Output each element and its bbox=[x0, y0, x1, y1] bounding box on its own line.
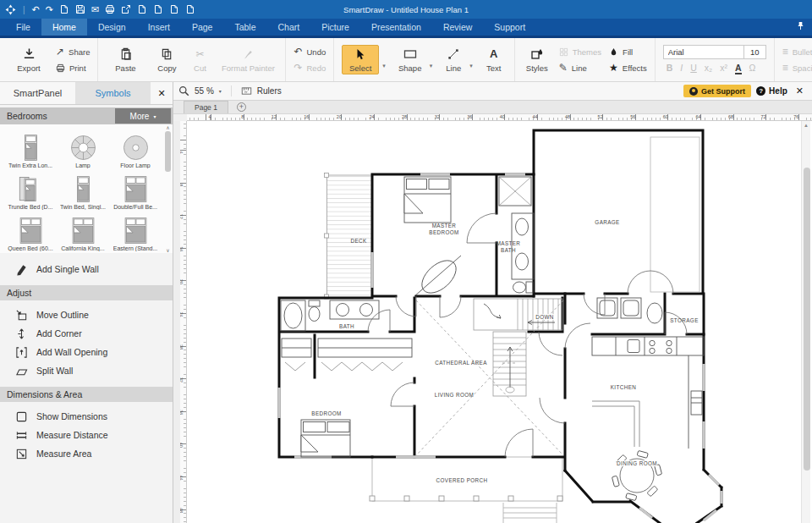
drawing-page[interactable]: MASTER BEDROOM DECK GARAGE MASTER BATH B… bbox=[187, 121, 812, 523]
superscript-button[interactable]: x² bbox=[720, 63, 727, 73]
redo-icon[interactable]: ↷ bbox=[46, 5, 53, 14]
shape-dropdown-caret[interactable]: ▾ bbox=[430, 63, 433, 69]
scroll-up-icon[interactable]: ∧ bbox=[166, 124, 169, 130]
print-icon[interactable] bbox=[105, 4, 115, 14]
symbol-lamp[interactable]: Lamp bbox=[57, 127, 109, 168]
menu-item[interactable]: Review bbox=[432, 19, 483, 36]
fill-icon bbox=[609, 47, 618, 57]
copy-button[interactable]: Copy bbox=[152, 47, 181, 73]
panel-close-icon[interactable]: ✕ bbox=[151, 82, 173, 104]
measure-distance-button[interactable]: Measure Distance bbox=[0, 426, 173, 444]
doc-export-icon-4[interactable] bbox=[185, 4, 195, 14]
format-painter-button[interactable]: Format Painter bbox=[218, 47, 277, 73]
doc-export-icon-1[interactable] bbox=[137, 4, 147, 14]
themes-button[interactable]: Themes bbox=[559, 47, 601, 57]
doc-export-icon-3[interactable] bbox=[169, 4, 179, 14]
menu-item[interactable]: Home bbox=[41, 19, 87, 36]
star-icon: ★ bbox=[609, 63, 618, 73]
add-single-wall-button[interactable]: Add Single Wall bbox=[0, 260, 173, 278]
zoom-magnifier-icon[interactable] bbox=[178, 85, 189, 96]
scrollbar-thumb[interactable] bbox=[804, 168, 810, 471]
insert-symbol-button[interactable]: Ω bbox=[749, 63, 756, 73]
show-dimensions-button[interactable]: Show Dimensions bbox=[0, 407, 173, 426]
tab-symbols[interactable]: Symbols bbox=[75, 82, 151, 104]
page-tab-1[interactable]: Page 1 bbox=[184, 101, 228, 113]
menu-item[interactable]: Support bbox=[483, 19, 536, 36]
scrollbar-up-icon[interactable]: ▲ bbox=[802, 121, 810, 130]
rulers-label[interactable]: Rulers bbox=[257, 86, 282, 96]
paste-button[interactable]: Paste bbox=[106, 47, 145, 73]
menu-item[interactable]: Design bbox=[87, 19, 137, 36]
symbol-twin-bed[interactable]: Twin Bed, Singl... bbox=[57, 168, 109, 210]
font-size-input[interactable] bbox=[744, 45, 766, 59]
symbol-twin-extra-long[interactable]: Twin Extra Lon... bbox=[4, 127, 57, 168]
menu-item[interactable]: Table bbox=[223, 19, 266, 36]
shape-button[interactable]: Shape bbox=[394, 47, 426, 73]
help-button[interactable]: ? Help bbox=[756, 86, 787, 96]
fill-button[interactable]: Fill bbox=[609, 47, 647, 57]
measure-area-button[interactable]: Measure Area bbox=[0, 444, 173, 463]
floor-plan[interactable]: MASTER BEDROOM DECK GARAGE MASTER BATH B… bbox=[187, 121, 812, 523]
add-page-button[interactable]: + bbox=[237, 102, 246, 112]
more-button[interactable]: More▾ bbox=[115, 108, 171, 124]
scroll-down-icon[interactable]: ∨ bbox=[166, 247, 169, 253]
zoom-caret-icon[interactable]: ▾ bbox=[219, 88, 222, 94]
line-button[interactable]: Line bbox=[441, 47, 466, 73]
styles-button[interactable]: Styles bbox=[523, 47, 551, 73]
add-wall-opening-button[interactable]: Add Wall Opening bbox=[0, 343, 173, 361]
tab-smartpanel[interactable]: SmartPanel bbox=[0, 82, 75, 104]
line-dropdown-caret[interactable]: ▾ bbox=[469, 63, 473, 69]
export-icon[interactable] bbox=[121, 4, 131, 14]
undo-icon[interactable]: ↶ bbox=[32, 5, 40, 14]
select-button[interactable]: Select bbox=[344, 47, 376, 73]
split-wall-button[interactable]: Split Wall bbox=[0, 361, 173, 380]
save-icon[interactable] bbox=[75, 4, 85, 14]
doc-export-icon-2[interactable] bbox=[153, 4, 163, 14]
effects-button[interactable]: ★Effects bbox=[609, 63, 647, 73]
canvas-close-icon[interactable]: ✕ bbox=[796, 85, 804, 96]
menu-item[interactable]: Page bbox=[181, 19, 224, 36]
menu-item[interactable]: Insert bbox=[137, 19, 181, 36]
menu-item[interactable]: Chart bbox=[267, 19, 311, 36]
export-button[interactable]: Export bbox=[9, 47, 48, 73]
vertical-scrollbar[interactable]: ▲ bbox=[801, 121, 810, 523]
symbol-trundle-bed[interactable]: Trundle Bed (D... bbox=[4, 168, 57, 210]
symbol-queen-bed[interactable]: Queen Bed (60... bbox=[4, 210, 57, 251]
zoom-level[interactable]: 55 % bbox=[195, 86, 214, 96]
underline-button[interactable]: U bbox=[690, 63, 697, 73]
share-button[interactable]: ↗Share bbox=[56, 47, 90, 57]
italic-button[interactable]: I bbox=[680, 63, 683, 73]
symbol-double-full-bed[interactable]: Double/Full Be... bbox=[109, 168, 162, 210]
new-document-icon[interactable] bbox=[59, 4, 69, 14]
symbol-eastern-standard[interactable]: Eastern (Stand... bbox=[109, 210, 162, 251]
font-color-button[interactable]: A bbox=[735, 63, 742, 74]
move-outline-button[interactable]: Move Outline bbox=[0, 306, 173, 324]
print-button[interactable]: Print bbox=[56, 63, 90, 73]
ribbon-group-export: Export ↗Share Print bbox=[2, 38, 98, 81]
menu-item[interactable]: File bbox=[5, 19, 41, 36]
undo-button[interactable]: ↶Undo bbox=[294, 47, 326, 57]
redo-button[interactable]: ↷Redo bbox=[294, 63, 326, 73]
scrollbar-thumb[interactable] bbox=[165, 131, 171, 172]
bold-button[interactable]: B bbox=[667, 63, 673, 73]
pin-icon[interactable] bbox=[796, 21, 805, 32]
symbol-california-king[interactable]: California King... bbox=[57, 210, 109, 251]
bullet-button[interactable]: ≡Bullet bbox=[782, 47, 812, 57]
rulers-checkbox-icon[interactable] bbox=[241, 85, 252, 96]
cut-button[interactable]: ✂ Cut bbox=[189, 47, 211, 73]
help-icon: ? bbox=[756, 86, 765, 96]
symbol-floor-lamp[interactable]: Floor Lamp bbox=[109, 127, 162, 168]
line-style-button[interactable]: ✎Line bbox=[559, 63, 601, 73]
room-label-storage: STORAGE bbox=[670, 317, 698, 323]
select-dropdown-caret[interactable]: ▾ bbox=[382, 63, 386, 69]
font-family-input[interactable] bbox=[663, 45, 744, 59]
menu-item[interactable]: Presentation bbox=[360, 19, 432, 36]
get-support-button[interactable]: Get Support bbox=[683, 85, 751, 97]
add-corner-button[interactable]: Add Corner bbox=[0, 324, 173, 343]
email-icon[interactable]: ✉ bbox=[91, 5, 99, 14]
spacing-button[interactable]: ≡Spacing bbox=[782, 63, 812, 73]
menu-item[interactable]: Picture bbox=[310, 19, 360, 36]
text-button[interactable]: A Text bbox=[481, 47, 507, 73]
symbol-scrollbar[interactable]: ∧ ∨ bbox=[164, 124, 172, 253]
subscript-button[interactable]: x₂ bbox=[705, 63, 712, 73]
